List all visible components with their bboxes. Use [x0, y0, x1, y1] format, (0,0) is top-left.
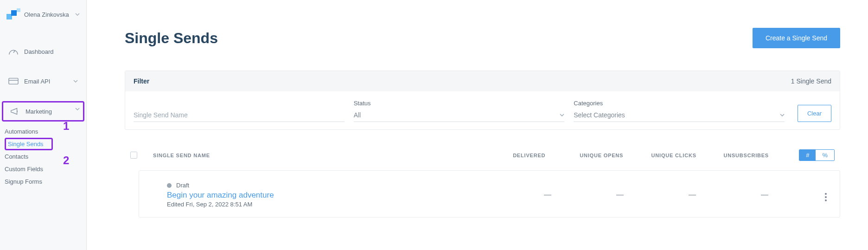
sidebar: Olena Zinkovska Dashboard Email API Mark… — [0, 0, 87, 250]
annotation-1: 1 — [63, 120, 69, 133]
toggle-percent[interactable]: % — [816, 150, 834, 160]
row-main: Draft Begin your amazing adventure Edite… — [167, 182, 511, 208]
main-content: Single Sends Create a Single Send Filter… — [87, 0, 868, 250]
status-select[interactable]: All — [354, 109, 565, 122]
nav-dashboard[interactable]: Dashboard — [0, 42, 86, 61]
nav-label: Dashboard — [24, 48, 78, 55]
th-delivered: DELIVERED — [493, 153, 565, 158]
annotation-2: 2 — [63, 154, 69, 167]
page-header: Single Sends Create a Single Send — [125, 28, 840, 48]
cell-opens: — — [584, 191, 656, 199]
filter-name-input[interactable] — [134, 109, 345, 122]
sub-custom-fields[interactable]: Custom Fields — [5, 163, 86, 175]
table-row: Draft Begin your amazing adventure Edite… — [139, 170, 840, 218]
nav-label: Marketing — [26, 108, 77, 115]
status-dot-icon — [167, 183, 172, 188]
filter-header: Filter 1 Single Send — [125, 71, 840, 91]
chevron-down-icon — [560, 114, 564, 116]
categories-label: Categories — [574, 100, 785, 107]
result-count: 1 Single Send — [791, 77, 831, 85]
clear-button[interactable]: Clear — [798, 105, 831, 122]
chevron-down-icon — [75, 12, 80, 17]
chevron-down-icon — [75, 108, 80, 110]
sub-automations[interactable]: Automations — [5, 125, 86, 138]
chevron-down-icon — [73, 80, 78, 83]
status-value: All — [354, 111, 361, 119]
nav-email-api[interactable]: Email API — [0, 71, 86, 91]
categories-select[interactable]: Select Categories — [574, 109, 785, 122]
nav-section: Dashboard Email API Marketing Automation… — [0, 42, 86, 188]
sub-single-sends[interactable]: Single Sends — [5, 138, 53, 150]
megaphone-icon — [10, 107, 20, 115]
nav-label: Email API — [24, 78, 73, 85]
toggle-hash[interactable]: # — [799, 150, 816, 160]
create-single-send-button[interactable]: Create a Single Send — [753, 28, 840, 48]
cell-unsubs: — — [728, 191, 801, 199]
user-menu[interactable]: Olena Zinkovska — [0, 0, 86, 29]
status-line: Draft — [167, 182, 511, 189]
app-logo-icon — [6, 8, 19, 20]
display-toggle: # % — [799, 149, 835, 161]
th-clicks: UNIQUE CLICKS — [638, 153, 710, 158]
nav-marketing[interactable]: Marketing — [2, 101, 84, 122]
select-all-checkbox[interactable] — [130, 152, 137, 159]
cell-clicks: — — [656, 191, 728, 199]
sub-contacts[interactable]: Contacts — [5, 150, 86, 163]
categories-placeholder: Select Categories — [574, 111, 625, 119]
cell-delivered: — — [511, 191, 584, 199]
row-actions-button[interactable] — [801, 189, 834, 201]
status-label: Status — [354, 100, 565, 107]
status-text: Draft — [176, 182, 189, 189]
marketing-subnav: Automations Single Sends Contacts Custom… — [0, 124, 86, 188]
filter-title: Filter — [134, 77, 149, 85]
svg-rect-0 — [9, 78, 18, 84]
user-name: Olena Zinkovska — [24, 11, 75, 18]
gauge-icon — [8, 47, 19, 56]
send-title-link[interactable]: Begin your amazing adventure — [167, 191, 511, 200]
table-header: SINGLE SEND NAME DELIVERED UNIQUE OPENS … — [125, 149, 840, 170]
th-opens: UNIQUE OPENS — [565, 153, 638, 158]
card-icon — [8, 77, 19, 85]
filter-panel: Filter 1 Single Send Status All Categori… — [125, 71, 840, 130]
th-name: SINGLE SEND NAME — [153, 153, 493, 158]
send-meta: Edited Fri, Sep 2, 2022 8:51 AM — [167, 201, 511, 208]
kebab-icon — [825, 193, 827, 201]
chevron-down-icon — [780, 114, 785, 116]
sub-signup-forms[interactable]: Signup Forms — [5, 175, 86, 188]
th-unsubs: UNSUBSCRIBES — [710, 153, 782, 158]
page-title: Single Sends — [125, 30, 218, 47]
filter-body: Status All Categories Select Categories … — [125, 91, 840, 129]
